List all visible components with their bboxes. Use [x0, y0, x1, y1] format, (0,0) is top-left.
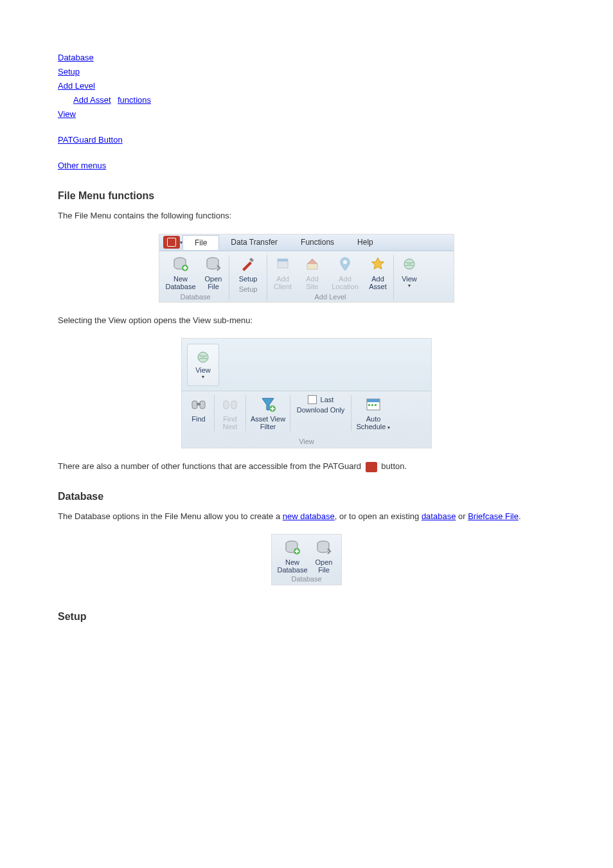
- svg-rect-17: [371, 404, 373, 406]
- database-group-label-2: Database: [272, 575, 341, 585]
- patguard-button-icon: [366, 462, 377, 472]
- funnel-plus-icon: [258, 395, 278, 413]
- setup-heading: Setup: [58, 611, 555, 623]
- toc-link-setup[interactable]: Setup: [58, 67, 80, 76]
- add-asset-button[interactable]: Add Asset: [365, 255, 391, 290]
- svg-rect-18: [375, 404, 377, 406]
- add-location-button[interactable]: Add Location: [329, 255, 361, 290]
- house-icon: [303, 255, 322, 273]
- checkbox-icon: [308, 395, 317, 404]
- toc-list: Database Setup Add Level Add Asset funct…: [58, 51, 555, 171]
- toc-link-patguard-button[interactable]: PATGuard Button: [58, 135, 123, 145]
- chevron-down-icon: ▾: [202, 374, 204, 380]
- svg-point-7: [198, 352, 208, 362]
- svg-rect-11: [224, 401, 229, 409]
- toc-link-add-level[interactable]: Add Level: [58, 81, 95, 91]
- database-group-label: Database: [180, 293, 210, 301]
- svg-point-5: [343, 260, 347, 264]
- tools-icon: [238, 255, 258, 273]
- database-open-icon: [204, 255, 223, 273]
- svg-rect-15: [367, 399, 380, 402]
- add-level-group-label: Add Level: [315, 293, 346, 301]
- svg-rect-8: [192, 401, 197, 409]
- svg-rect-10: [197, 403, 200, 405]
- svg-rect-4: [278, 259, 288, 261]
- database-plus-icon: [283, 538, 302, 556]
- database-heading: Database: [58, 491, 555, 502]
- database-plus-icon: [171, 255, 190, 273]
- link-new-database[interactable]: new database: [283, 511, 335, 521]
- svg-rect-16: [368, 404, 370, 406]
- tab-data-transfer[interactable]: Data Transfer: [219, 235, 289, 250]
- view-button[interactable]: View ▾: [396, 255, 422, 288]
- ribbon-database-group: New Database Open File Database: [271, 534, 342, 585]
- find-button[interactable]: Find: [186, 395, 211, 431]
- open-file-button[interactable]: Open File: [200, 255, 226, 290]
- asset-view-filter-button[interactable]: Asset View Filter: [249, 395, 287, 431]
- chevron-down-icon: ▾: [408, 283, 411, 288]
- setup-button[interactable]: Setup: [232, 255, 264, 283]
- last-download-only-toggle[interactable]: Last Download Only: [293, 395, 348, 431]
- tab-functions[interactable]: Functions: [289, 235, 346, 250]
- toc-link-other-menus[interactable]: Other menus: [58, 161, 106, 170]
- globe-icon: [400, 255, 419, 273]
- patguard-button-text: There are also a number of other functio…: [58, 460, 555, 473]
- new-database-button[interactable]: New Database: [164, 255, 197, 290]
- view-expanded-button[interactable]: View ▾: [187, 344, 219, 386]
- toc-link-view[interactable]: View: [58, 109, 76, 119]
- file-menu-functions-heading: File Menu functions: [58, 190, 555, 202]
- globe-icon: [197, 351, 209, 364]
- ribbon-file-menu: ▾ File Data Transfer Functions Help: [159, 234, 454, 303]
- toc-link-database[interactable]: Database: [58, 53, 94, 62]
- find-next-button[interactable]: Find Next: [217, 395, 243, 431]
- binoculars-next-icon: [220, 395, 240, 413]
- new-database-button-2[interactable]: New Database: [276, 538, 308, 574]
- ribbon-view-submenu: View ▾ Find: [181, 338, 432, 448]
- svg-rect-12: [231, 401, 236, 409]
- open-file-button-2[interactable]: Open File: [311, 538, 337, 574]
- toc-link-functions[interactable]: functions: [118, 95, 151, 105]
- tab-file[interactable]: File: [182, 235, 219, 250]
- view-group-label: View: [182, 438, 431, 448]
- database-para: The Database options in the File Menu al…: [58, 510, 555, 523]
- database-open-icon: [314, 538, 333, 556]
- setup-group-label: Setup: [239, 285, 258, 293]
- file-menu-functions-text: The File Menu contains the following fun…: [58, 209, 555, 222]
- calendar-icon: [364, 395, 383, 413]
- chevron-down-icon: ▾: [387, 425, 390, 430]
- link-database[interactable]: database: [422, 511, 456, 521]
- view-submenu-text: Selecting the View option opens the View…: [58, 314, 555, 327]
- star-icon: [368, 255, 387, 273]
- svg-rect-9: [200, 401, 205, 409]
- auto-schedule-button[interactable]: Auto Schedule ▾: [354, 395, 393, 431]
- add-client-button[interactable]: Add Client: [270, 255, 296, 290]
- location-pin-icon: [335, 255, 355, 273]
- link-briefcase-file[interactable]: Briefcase File: [468, 511, 519, 521]
- client-icon: [273, 255, 292, 273]
- add-site-button[interactable]: Add Site: [299, 255, 325, 290]
- tab-help[interactable]: Help: [346, 235, 385, 250]
- svg-point-6: [404, 259, 414, 269]
- binoculars-icon: [189, 395, 208, 413]
- toc-link-add-asset[interactable]: Add Asset: [73, 95, 111, 105]
- app-icon[interactable]: [163, 236, 180, 249]
